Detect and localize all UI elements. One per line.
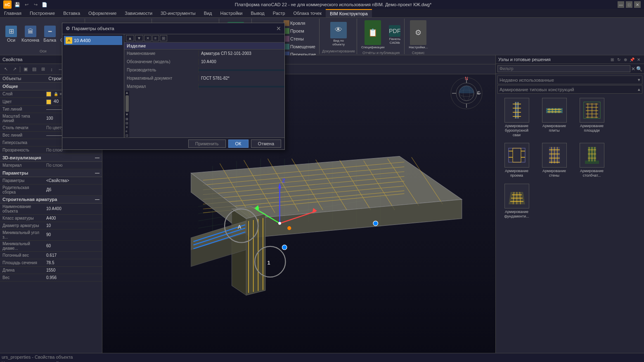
- dialog-right-btn5[interactable]: ⊞: [160, 35, 167, 41]
- btn-col1-label: Колонна: [21, 38, 39, 43]
- dialog-right-btn4[interactable]: ≡: [152, 35, 159, 41]
- dialog-cancel-btn[interactable]: Отмена: [251, 140, 281, 148]
- scroll-btn4[interactable]: ≡: [125, 130, 128, 133]
- btn-col1[interactable]: 🏛 Колонна: [20, 25, 41, 43]
- prop-params-label: Параметры: [0, 177, 45, 184]
- solution-item-1[interactable]: Армирование плиты: [537, 96, 572, 139]
- section-rebar-header[interactable]: Строительная арматура —: [0, 196, 102, 203]
- dialog-prop-value-3: ГОСТ 5781-82*: [199, 75, 284, 81]
- tab-output[interactable]: Вывод: [246, 9, 268, 17]
- dialog-apply-btn[interactable]: Применить: [188, 140, 226, 148]
- prop-tool2[interactable]: ▤: [30, 65, 38, 73]
- dialog-prop-value-2[interactable]: [199, 69, 284, 71]
- scroll-down[interactable]: ▼: [125, 113, 129, 116]
- tab-view[interactable]: Вид: [200, 9, 216, 17]
- btn-wall[interactable]: Стены: [282, 35, 317, 43]
- reports-group-label: Отчёты и публикация: [362, 51, 400, 55]
- btn-beam1[interactable]: ━ Балка: [42, 25, 58, 43]
- tab-3d[interactable]: 3D-инструменты: [156, 9, 200, 17]
- tab-depends[interactable]: Зависимости: [121, 9, 156, 17]
- dialog-ok-btn[interactable]: ОК: [228, 140, 249, 148]
- prop-section-label: Площадь сечения: [0, 260, 45, 266]
- svg-text:Z: Z: [282, 177, 285, 184]
- scroll-btn5[interactable]: ⊡: [125, 134, 128, 137]
- section-params-header[interactable]: Параметры —: [0, 169, 102, 177]
- prop-diam-value: 10: [45, 222, 102, 229]
- scroll-btn2[interactable]: ⊟: [125, 121, 128, 125]
- right-panel-icon3[interactable]: ⊕: [623, 57, 628, 62]
- minimize-btn[interactable]: —: [618, 1, 624, 8]
- prop-weight: Погонный вес 0.617: [0, 252, 102, 259]
- prop-linescale-label: Масштаб типа линий: [0, 113, 45, 124]
- dialog-scrollbar[interactable]: ▲ ▼ ⊞ ⊟ ✕ ≡ ⊡: [124, 91, 129, 137]
- tab-insert[interactable]: Вставка: [59, 9, 84, 17]
- dialog-right-toolbar: ▲ ▼ ✕ ≡ ⊞: [124, 34, 284, 43]
- command-bar: urs_properties - Свойства объекта Укажит…: [0, 353, 644, 362]
- quick-access-btn[interactable]: 💾: [13, 0, 21, 9]
- prop-select2-btn[interactable]: ↗: [10, 65, 19, 73]
- quick-access-btn4[interactable]: 📄: [40, 0, 49, 9]
- solution-item-2[interactable]: Армирование площади: [574, 96, 609, 139]
- prop-obj-name-label: Наименование объекта: [0, 203, 45, 214]
- prop-tool4[interactable]: ↕: [47, 65, 56, 73]
- maximize-btn[interactable]: □: [626, 1, 632, 8]
- section-3d-header[interactable]: 3D-визуализация —: [0, 154, 102, 162]
- filter-input[interactable]: [497, 65, 630, 72]
- right-panel-close[interactable]: ✕: [636, 57, 642, 62]
- btn-cadilib[interactable]: PDF ПанельCADlib: [387, 24, 402, 45]
- section-params-collapse: —: [95, 170, 99, 175]
- tab-format[interactable]: Оформление: [84, 9, 121, 17]
- scroll-btn1[interactable]: ⊞: [125, 117, 128, 121]
- prop-length: Длина 1550: [0, 267, 102, 274]
- btn-spec[interactable]: 📋 Спецификации: [360, 19, 386, 50]
- solutions-main-chevron: ▴: [638, 87, 640, 92]
- solution-item-5[interactable]: Армирование столбчат...: [574, 141, 609, 180]
- dialog-title-text: Параметры объекта: [72, 26, 114, 31]
- quick-access-btn2[interactable]: ↩: [22, 0, 31, 9]
- prop-tool3[interactable]: ⊞: [39, 65, 47, 73]
- tab-settings[interactable]: Настройки: [216, 9, 247, 17]
- scroll-thumb[interactable]: [125, 95, 129, 112]
- solutions-main-section[interactable]: Армирование типовых конструкций ▴: [497, 85, 642, 94]
- dialog-right-btn3[interactable]: ✕: [144, 35, 152, 41]
- solution-item-0[interactable]: Армирование буроопускной сваи: [499, 96, 534, 139]
- prop-params: Параметры <Свойства>: [0, 177, 102, 185]
- scroll-up[interactable]: ▲: [125, 91, 129, 95]
- filter-clear-btn[interactable]: ✕: [631, 66, 635, 72]
- right-panel-icon1[interactable]: ⊞: [609, 57, 615, 62]
- right-panel-pin[interactable]: 📌: [629, 57, 635, 62]
- btn-room[interactable]: Помещение: [282, 43, 317, 50]
- btn-roof[interactable]: Кровля: [282, 19, 317, 27]
- dialog-prop-value-4[interactable]: [199, 86, 284, 88]
- btn-opening[interactable]: Проем: [282, 27, 317, 35]
- filter-search-btn[interactable]: 🔍: [636, 66, 642, 72]
- tab-build[interactable]: Построение: [26, 9, 59, 17]
- right-panel-icon2[interactable]: ↻: [616, 57, 622, 62]
- right-panel-title: Узлы и готовые решения: [498, 57, 551, 62]
- tab-raster[interactable]: Растр: [269, 9, 289, 17]
- dialog-right-btn1[interactable]: ▲: [126, 35, 134, 41]
- dialog-params[interactable]: ⚙ Параметры объекта ✕ A 10 A400 ▲ ▼ ✕ ≡: [62, 23, 285, 150]
- tab-cloud[interactable]: Облака точек: [289, 9, 326, 17]
- btn-spec-label: Спецификации: [361, 45, 384, 49]
- prop-tool1[interactable]: ▣: [21, 65, 30, 73]
- dialog-right-btn2[interactable]: ▼: [135, 35, 143, 41]
- solution-item-4[interactable]: Армирование стены: [537, 141, 572, 180]
- close-btn[interactable]: ✕: [634, 1, 641, 8]
- right-panel-btns: ⊞ ↻ ⊕ 📌 ✕: [609, 57, 642, 62]
- dialog-section-label: Изделие: [127, 43, 146, 48]
- dialog-item-0[interactable]: A 10 A400: [64, 36, 122, 45]
- btn-axes[interactable]: ⊞ Оси: [3, 25, 19, 43]
- tab-home[interactable]: Главная: [0, 9, 26, 17]
- btn-service-settings[interactable]: ⚙ Настройки...: [407, 19, 429, 50]
- quick-access-btn3[interactable]: ↪: [31, 0, 40, 9]
- scroll-btn3[interactable]: ✕: [125, 125, 128, 129]
- recently-used-section[interactable]: Недавно использованные ▾: [497, 76, 642, 84]
- dialog-close-btn[interactable]: ✕: [276, 25, 281, 32]
- solution-item-6[interactable]: Армирование фундаменти...: [499, 182, 534, 220]
- prop-select-btn[interactable]: ↖: [2, 65, 10, 73]
- tab-bim[interactable]: BIM Конструктора: [326, 9, 372, 17]
- prop-angle-label: Минимальный угол з...: [0, 230, 45, 240]
- btn-view-obj[interactable]: 👁 Вид пообъекту: [329, 21, 348, 47]
- solution-item-3[interactable]: Армирование проема: [499, 141, 534, 180]
